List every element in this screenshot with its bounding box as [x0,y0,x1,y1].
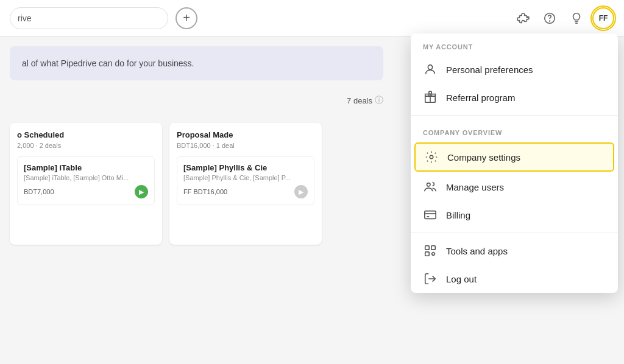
col2-title: Proposal Made [177,130,314,139]
referral-program-item[interactable]: Referral program [411,83,618,111]
billing-label: Billing [446,210,470,220]
my-account-section-title: MY ACCOUNT [411,33,618,55]
divider-2 [411,233,618,233]
deal2-amount: FF BDT16,000 [183,188,227,195]
col2-sub: BDT16,000 · 1 deal [177,142,314,149]
deal2-arrow[interactable]: ▶ [294,185,308,198]
company-settings-label: Company settings [447,152,520,163]
svg-rect-8 [431,246,435,250]
manage-users-item[interactable]: Manage users [411,173,618,201]
company-settings-item[interactable]: Company settings [414,142,614,172]
top-bar-left: rive + [0,0,393,37]
col1-title: o Scheduled [17,130,155,139]
top-bar-right: FF [393,0,624,37]
tools-and-apps-label: Tools and apps [446,246,508,256]
svg-point-4 [430,155,433,159]
lightbulb-icon [570,12,583,25]
svg-point-10 [432,253,435,256]
deal2-sub: [Sample] Phyllis & Cie, [Sample] P... [183,174,308,181]
tools-icon [423,243,438,258]
pipeline-banner: al of what Pipedrive can do for your bus… [10,46,383,80]
log-out-item[interactable]: Log out [411,265,618,293]
pipeline-column-1: o Scheduled 2,000 · 2 deals [Sample] iTa… [10,123,162,245]
log-out-label: Log out [446,274,477,284]
divider-1 [411,115,618,116]
deal-card-1[interactable]: [Sample] iTable [Sample] iTable, [Sample… [17,156,155,205]
logout-icon [423,271,438,286]
svg-point-2 [428,65,432,69]
referral-program-label: Referral program [446,93,515,103]
person-icon [423,62,438,77]
info-icon: ⓘ [375,95,383,106]
deal1-footer: BDT7,000 ▶ [24,185,148,198]
pipeline-background: rive + al of what Pipedrive can do for y… [0,0,393,364]
personal-preferences-label: Personal preferences [446,65,533,75]
deal2-footer: FF BDT16,000 ▶ [183,185,308,198]
deal1-title: [Sample] iTable [24,163,148,172]
deal1-sub: [Sample] iTable, [Sample] Otto Mi... [24,174,148,181]
avatar-label: FF [599,14,608,23]
svg-point-1 [550,21,550,21]
users-icon [423,180,438,194]
gift-icon [423,90,438,105]
add-button[interactable]: + [176,7,197,29]
help-icon [543,12,556,25]
user-avatar-button[interactable]: FF [592,7,614,29]
search-bar[interactable]: rive [10,7,168,29]
svg-rect-6 [425,211,436,219]
deal2-title: [Sample] Phyllis & Cie [183,163,308,172]
col1-sub: 2,000 · 2 deals [17,142,155,149]
svg-rect-7 [425,246,429,250]
pipeline-columns: o Scheduled 2,000 · 2 deals [Sample] iTa… [0,116,393,252]
puzzle-icon [516,12,530,25]
svg-rect-9 [425,252,429,256]
deal1-arrow[interactable]: ▶ [135,185,148,198]
deal1-amount: BDT7,000 [24,188,54,195]
gear-icon [424,150,439,164]
pipeline-column-2: Proposal Made BDT16,000 · 1 deal [Sample… [169,123,322,245]
manage-users-label: Manage users [446,182,504,192]
search-text: rive [18,13,32,23]
company-overview-section-title: COMPANY OVERVIEW [411,119,618,141]
pipeline-content: al of what Pipedrive can do for your bus… [0,37,393,364]
billing-icon [423,208,438,222]
lightbulb-icon-button[interactable] [566,7,587,29]
deal-card-2[interactable]: [Sample] Phyllis & Cie [Sample] Phyllis … [177,156,314,205]
puzzle-icon-button[interactable] [512,7,534,29]
dropdown-menu: MY ACCOUNT Personal preferences [411,33,618,293]
deals-count: 7 deals ⓘ [0,90,393,111]
personal-preferences-item[interactable]: Personal preferences [411,55,618,83]
billing-item[interactable]: Billing [411,201,618,229]
svg-point-5 [427,183,431,187]
help-icon-button[interactable] [539,7,561,29]
tools-and-apps-item[interactable]: Tools and apps [411,237,618,265]
